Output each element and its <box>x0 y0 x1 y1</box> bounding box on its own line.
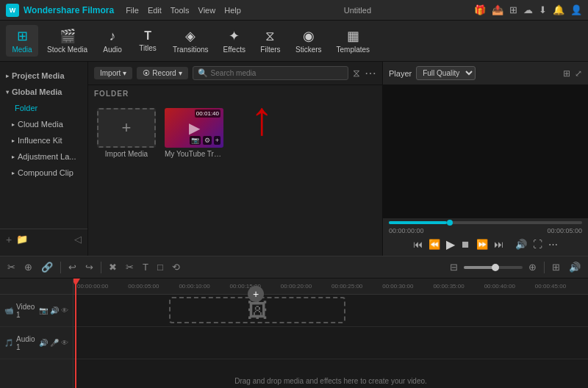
skip-forward-icon[interactable]: ⏭ <box>494 239 503 250</box>
sidebar-item-folder[interactable]: Folder <box>0 100 87 116</box>
drop-text: Drag and drop media and effects here to … <box>234 377 427 385</box>
playback-controls: ⏮ ⏪ ▶ ⏹ ⏩ ⏭ 🔊 ⛶ ⋯ <box>389 237 582 251</box>
templates-icon: ▦ <box>347 28 359 44</box>
sidebar-item-compound-clip[interactable]: ▸ Compound Clip <box>0 165 87 181</box>
video1-cam-icon[interactable]: 📷 <box>39 306 48 315</box>
tl-grid[interactable]: ⊞ <box>549 260 563 274</box>
sidebar-item-global-media[interactable]: ▾ Global Media <box>0 84 87 100</box>
cloud-icon: ☁ <box>523 4 533 15</box>
rewind-icon[interactable]: ⏪ <box>429 239 440 250</box>
arrow-icon-adj: ▸ <box>12 154 15 160</box>
add-clip-button[interactable]: + <box>248 286 264 302</box>
ruler-8: 00:00:40:00 <box>484 283 534 290</box>
tl-undo[interactable]: ↩ <box>65 260 79 274</box>
video1-eye-icon[interactable]: 👁 <box>61 306 68 315</box>
folder-label: FOLDER <box>88 85 382 102</box>
tl-cut-tool[interactable]: ✂ <box>4 260 18 274</box>
collapse-sidebar-icon[interactable]: ◁ <box>74 234 82 245</box>
folder-icon[interactable]: 📁 <box>16 234 28 245</box>
toolbar-stock-media[interactable]: 🎬 Stock Media <box>41 25 93 57</box>
player-controls: 00:00:00:00 00:00:05:00 ⏮ ⏪ ▶ ⏹ ⏩ ⏭ 🔊 ⛶ … <box>383 218 588 256</box>
tl-redo[interactable]: ↪ <box>82 260 96 274</box>
grid-icon: ⊞ <box>509 4 517 15</box>
tl-split[interactable]: ✂ <box>123 260 137 274</box>
tl-zoom-out[interactable]: ⊟ <box>447 260 461 274</box>
volume-icon[interactable]: 🔊 <box>515 239 527 250</box>
timeline-left-tools: ✂ ⊕ 🔗 ↩ ↪ ✖ ✂ T □ ⟲ <box>4 260 183 274</box>
timeline-scroll-area[interactable]: 00:00:00:00 00:00:05:00 00:00:10:00 00:0… <box>74 279 588 388</box>
tl-zoom-in[interactable]: ⊕ <box>526 260 539 274</box>
menu-tools[interactable]: Tools <box>171 6 190 15</box>
tl-link-tool[interactable]: 🔗 <box>38 260 56 274</box>
tl-add-tool[interactable]: ⊕ <box>21 260 35 274</box>
fast-forward-icon[interactable]: ⏩ <box>476 239 488 250</box>
video1-label: Video 1 <box>16 303 36 319</box>
audio1-eye-icon[interactable]: 👁 <box>61 339 68 347</box>
time-display: 00:00:00:00 00:00:05:00 <box>389 227 582 234</box>
fullscreen-btn[interactable]: ⛶ <box>533 239 542 250</box>
ruler-7: 00:00:35:00 <box>432 283 483 290</box>
progress-bar[interactable] <box>389 221 582 224</box>
stop-icon[interactable]: ⏹ <box>461 239 470 250</box>
media-icon: ⊞ <box>17 28 28 44</box>
search-input[interactable] <box>211 69 343 77</box>
filter-icon[interactable]: ⧖ <box>353 67 360 79</box>
track-row-audio1[interactable] <box>74 327 588 359</box>
menu-help[interactable]: Help <box>224 6 241 15</box>
ruler-4: 00:00:20:00 <box>280 283 331 290</box>
fullscreen-icon[interactable]: ⤢ <box>575 68 582 79</box>
audio1-label: Audio 1 <box>16 335 36 351</box>
sidebar-bottom: + 📁 ◁ <box>0 229 87 250</box>
sidebar-item-project-media[interactable]: ▸ Project Media <box>0 68 87 84</box>
tl-text[interactable]: T <box>140 260 151 274</box>
toolbar-filters[interactable]: ⧖ Filters <box>254 26 287 57</box>
toolbar-media[interactable]: ⊞ Media <box>6 25 38 57</box>
track-labels: 📹 Video 1 📷 🔊 👁 🎵 Audio 1 🔊 🎤 👁 <box>0 279 74 388</box>
skip-back-icon[interactable]: ⏮ <box>413 239 423 250</box>
video1-audio-icon[interactable]: 🔊 <box>50 306 59 315</box>
audio1-audio-icon[interactable]: 🔊 <box>39 339 48 347</box>
toolbar-templates[interactable]: ▦ Templates <box>331 25 376 57</box>
tl-rotate[interactable]: ⟲ <box>169 260 183 274</box>
import-media-item[interactable]: + Import Media <box>97 108 156 158</box>
tl-delete[interactable]: ✖ <box>106 260 120 274</box>
audio1-mic-icon[interactable]: 🎤 <box>50 339 59 347</box>
arrow-indicator: ↑ <box>250 95 273 142</box>
more-icon[interactable]: ⋯ <box>365 66 376 80</box>
sidebar-item-cloud-media[interactable]: ▸ Cloud Media <box>0 116 87 132</box>
record-button[interactable]: ⦿ Record ▾ <box>137 67 187 79</box>
toolbar-transitions[interactable]: ◈ Transitions <box>167 25 215 57</box>
play-button[interactable]: ▶ <box>446 237 455 251</box>
youtube-media-item[interactable]: ▶ 00:01:40 📷 ⚙ + My YouTube Tra... <box>165 108 223 158</box>
menu-file[interactable]: File <box>126 6 139 15</box>
video-play-icon: ▶ <box>189 119 200 137</box>
stock-media-icon: 🎬 <box>60 28 76 44</box>
menu-view[interactable]: View <box>198 6 216 15</box>
quality-selector[interactable]: Full Quality <box>416 66 476 80</box>
share-icon: 📤 <box>492 4 503 15</box>
sidebar-item-influence-kit[interactable]: ▸ Influence Kit <box>0 132 87 148</box>
zoom-slider[interactable] <box>464 266 523 269</box>
app-name: Wondershare Filmora <box>24 5 114 15</box>
menu-edit[interactable]: Edit <box>148 6 162 15</box>
toolbar-effects[interactable]: ✦ Effects <box>218 25 251 57</box>
thumb-settings-icon: ⚙ <box>203 136 212 145</box>
tl-audio-wave[interactable]: 🔊 <box>566 260 584 274</box>
toolbar-titles[interactable]: T Titles <box>132 26 164 55</box>
player-screen <box>383 85 588 218</box>
track-row-video1[interactable]: + 🖼 <box>74 295 588 327</box>
add-folder-icon[interactable]: + <box>6 234 12 245</box>
tl-crop[interactable]: □ <box>154 260 166 274</box>
import-thumb: + <box>97 108 156 148</box>
toolbar-stickers[interactable]: ◉ Stickers <box>290 25 328 57</box>
grid-view-icon[interactable]: ⊞ <box>563 68 570 79</box>
sidebar-item-adjustment[interactable]: ▸ Adjustment La... <box>0 148 87 165</box>
search-box[interactable]: 🔍 <box>193 66 348 80</box>
toolbar-audio[interactable]: ♪ Audio <box>96 26 129 57</box>
stickers-icon: ◉ <box>303 28 315 44</box>
more-player-icon[interactable]: ⋯ <box>548 239 558 250</box>
arrow-down-icon: ▾ <box>6 89 9 96</box>
import-button[interactable]: Import ▾ <box>94 67 132 79</box>
record-chevron-icon: ▾ <box>179 69 182 77</box>
ruler-spacer <box>0 279 73 295</box>
